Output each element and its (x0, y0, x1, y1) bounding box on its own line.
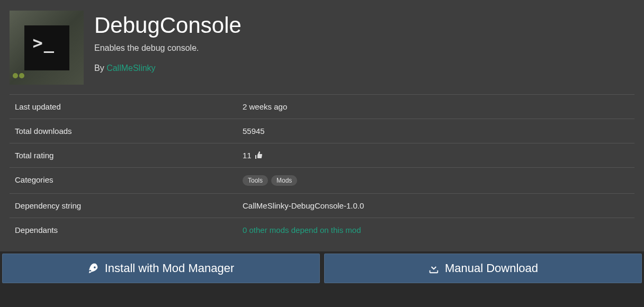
rating-number: 11 (243, 151, 252, 160)
mod-description: Enables the debug console. (94, 43, 241, 53)
label-last-updated: Last updated (15, 102, 243, 111)
author-link[interactable]: CallMeSlinky (106, 64, 155, 73)
manual-download-label: Manual Download (445, 261, 538, 275)
details-table: Last updated 2 weeks ago Total downloads… (10, 94, 634, 242)
rocket-icon (88, 263, 100, 274)
label-dependants: Dependants (15, 225, 243, 234)
mod-icon (10, 11, 84, 85)
mod-author-line: By CallMeSlinky (94, 64, 241, 73)
install-button-label: Install with Mod Manager (105, 261, 235, 275)
value-total-downloads: 55945 (243, 127, 265, 136)
category-badge-tools[interactable]: Tools (243, 175, 268, 186)
mod-header: DebugConsole Enables the debug console. … (10, 5, 634, 94)
category-badge-mods[interactable]: Mods (271, 175, 297, 186)
action-buttons: Install with Mod Manager Manual Download (0, 254, 644, 283)
row-last-updated: Last updated 2 weeks ago (10, 95, 634, 119)
thumbs-up-icon (255, 151, 263, 160)
download-icon (428, 263, 440, 274)
manual-download-button[interactable]: Manual Download (324, 254, 642, 283)
row-dependants: Dependants 0 other mods depend on this m… (10, 218, 634, 242)
value-dependency-string: CallMeSlinky-DebugConsole-1.0.0 (243, 201, 364, 210)
value-categories: Tools Mods (243, 175, 297, 186)
value-total-rating: 11 (243, 151, 263, 160)
console-icon (24, 25, 69, 70)
row-total-rating: Total rating 11 (10, 143, 634, 168)
row-categories: Categories Tools Mods (10, 168, 634, 194)
install-mod-manager-button[interactable]: Install with Mod Manager (2, 254, 320, 283)
value-last-updated: 2 weeks ago (243, 102, 287, 111)
label-categories: Categories (15, 175, 243, 186)
row-total-downloads: Total downloads 55945 (10, 119, 634, 143)
by-label: By (94, 64, 106, 73)
dependants-link[interactable]: 0 other mods depend on this mod (243, 225, 361, 234)
mod-title: DebugConsole (94, 13, 241, 38)
label-dependency-string: Dependency string (15, 201, 243, 210)
row-dependency-string: Dependency string CallMeSlinky-DebugCons… (10, 194, 634, 218)
label-total-rating: Total rating (15, 151, 243, 160)
label-total-downloads: Total downloads (15, 127, 243, 136)
